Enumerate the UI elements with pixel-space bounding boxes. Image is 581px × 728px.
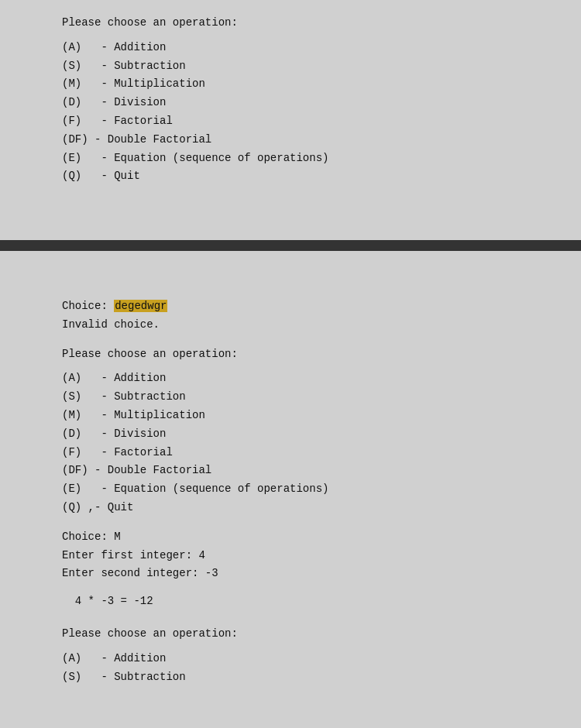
bottom-menu2: (A) - Addition (S) - Subtraction (M) - M… xyxy=(62,369,519,517)
bottom-prompt2: Please choose an operation: xyxy=(62,345,519,364)
menu-item-e: (E) - Equation (sequence of operations) xyxy=(62,149,519,168)
menu2-item-e: (E) - Equation (sequence of operations) xyxy=(62,480,519,499)
choice1-line: Choice: degedwgr xyxy=(62,297,519,316)
menu-item-f: (F) - Factorial xyxy=(62,112,519,131)
menu-item-s: (S) - Subtraction xyxy=(62,57,519,76)
bottom-menu3: (A) - Addition (S) - Subtraction xyxy=(62,650,519,687)
menu-item-df: (DF) - Double Factorial xyxy=(62,131,519,149)
menu2-item-a: (A) - Addition xyxy=(62,369,519,388)
enter-first-integer: Enter first integer: 4 xyxy=(62,547,519,565)
top-panel: Please choose an operation: (A) - Additi… xyxy=(0,0,581,240)
top-menu: (A) - Addition (S) - Subtraction (M) - M… xyxy=(62,39,519,186)
invalid-choice-value: degedwgr xyxy=(114,300,167,312)
menu3-item-s: (S) - Subtraction xyxy=(62,668,519,687)
menu-item-q: (Q) - Quit xyxy=(62,167,519,186)
menu2-item-d: (D) - Division xyxy=(62,425,519,444)
menu2-item-s: (S) - Subtraction xyxy=(62,388,519,407)
enter-second-integer: Enter second integer: -3 xyxy=(62,565,519,583)
menu3-item-a: (A) - Addition xyxy=(62,650,519,668)
menu2-item-df: (DF) - Double Factorial xyxy=(62,462,519,480)
menu-item-d: (D) - Division xyxy=(62,94,519,112)
bottom-prompt3: Please choose an operation: xyxy=(62,625,519,644)
menu2-item-m: (M) - Multiplication xyxy=(62,407,519,425)
invalid-message: Invalid choice. xyxy=(62,316,519,335)
bottom-panel: Choice: degedwgr Invalid choice. Please … xyxy=(0,251,581,728)
menu2-item-f: (F) - Factorial xyxy=(62,444,519,462)
panel-divider xyxy=(0,240,581,251)
choice2-line: Choice: M xyxy=(62,528,519,547)
top-prompt: Please choose an operation: xyxy=(62,14,519,33)
calculation-result: 4 * -3 = -12 xyxy=(62,592,519,611)
menu2-item-q: (Q) ,- Quit xyxy=(62,499,519,517)
menu-item-a: (A) - Addition xyxy=(62,39,519,57)
menu-item-m: (M) - Multiplication xyxy=(62,75,519,94)
